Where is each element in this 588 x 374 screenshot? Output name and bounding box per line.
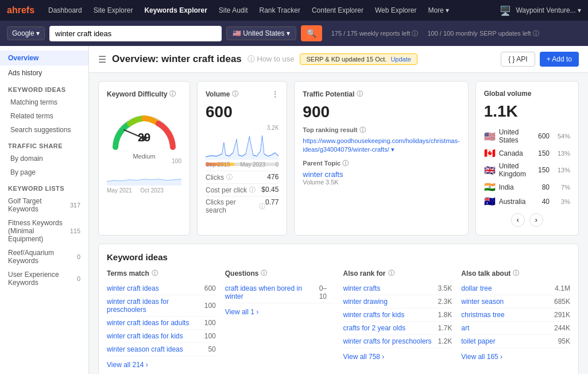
sidebar-list-golf[interactable]: Golf Target Keywords 317 — [0, 194, 88, 216]
cpc-help[interactable]: ⓘ — [249, 186, 256, 194]
volume-help-icon[interactable]: ⓘ — [232, 90, 238, 98]
top-ranking-help[interactable]: ⓘ — [359, 126, 366, 133]
nav-more[interactable]: More ▾ — [423, 4, 454, 17]
also-rank-help[interactable]: ⓘ — [388, 269, 394, 277]
sidebar-section-traffic-share: Traffic share — [0, 137, 88, 152]
nav-content-explorer[interactable]: Content Explorer — [307, 4, 368, 17]
difficulty-gauge: 29 Medium — [107, 104, 181, 150]
also-talk-view-all[interactable]: View all 165 › — [461, 353, 570, 361]
keyword-ideas-title: Keyword ideas — [107, 252, 570, 262]
terms-match-help[interactable]: ⓘ — [152, 269, 158, 277]
how-to-use-help[interactable]: ⓘ How to use — [247, 54, 295, 64]
ki-link[interactable]: winter craft ideas for kids — [107, 332, 183, 340]
list-item: winter season 685K — [461, 295, 570, 309]
sidebar-item-by-domain[interactable]: By domain — [0, 152, 88, 165]
api-button[interactable]: { } API — [501, 52, 535, 67]
clicks-help[interactable]: ⓘ — [226, 173, 233, 182]
nav-rank-tracker[interactable]: Rank Tracker — [255, 4, 305, 17]
ki-link[interactable]: winter craft ideas for preschoolers — [107, 298, 204, 314]
questions-title: Questions ⓘ — [225, 269, 334, 277]
ki-link[interactable]: winter season craft ideas — [107, 345, 183, 353]
sidebar-item-matching-terms[interactable]: Matching terms — [0, 95, 88, 109]
nav-dashboard[interactable]: Dashboard — [44, 4, 87, 17]
also-talk-help[interactable]: ⓘ — [513, 269, 519, 277]
global-volume-value: 1.1K — [484, 102, 570, 121]
list-item: winter crafts for kids 1.8K — [343, 309, 452, 322]
parent-topic-label: Parent Topic ⓘ — [303, 159, 459, 168]
ki-vol: 1.8K — [438, 311, 452, 319]
svg-text:29: 29 — [138, 131, 150, 144]
main-layout: Overview Ads history Keyword ideas Match… — [0, 46, 588, 374]
sidebar-item-related-terms[interactable]: Related terms — [0, 109, 88, 123]
next-countries-btn[interactable]: › — [529, 213, 543, 227]
difficulty-help-icon[interactable]: ⓘ — [169, 90, 176, 98]
ki-vol: 244K — [554, 324, 570, 332]
ki-link[interactable]: winter crafts — [343, 284, 381, 292]
ki-link[interactable]: winter crafts for preschoolers — [343, 337, 432, 345]
ki-link[interactable]: craft ideas when bored in winter — [225, 284, 319, 300]
ki-link[interactable]: winter season — [461, 298, 504, 306]
ki-link[interactable]: toilet paper — [461, 337, 495, 345]
cpc-stat: Cost per click ⓘ $0.45 — [206, 183, 278, 196]
sidebar-item-ads-history[interactable]: Ads history — [0, 65, 88, 80]
ki-vol: 1.2K — [438, 337, 452, 345]
also-talk-about-column: Also talk about ⓘ dollar tree 4.1M winte… — [461, 269, 570, 369]
nav-web-explorer[interactable]: Web Explorer — [370, 4, 421, 17]
country-row-in: 🇮🇳 India 80 7% — [484, 180, 570, 194]
sidebar-item-by-page[interactable]: By page — [0, 165, 88, 179]
ki-link[interactable]: dollar tree — [461, 284, 492, 292]
nav-site-explorer[interactable]: Site Explorer — [89, 4, 138, 17]
volume-more-icon[interactable]: ⋮ — [272, 90, 278, 98]
sidebar-item-search-suggestions[interactable]: Search suggestions — [0, 123, 88, 137]
sidebar-list-reef[interactable]: Reef/Aquarium Keywords 0 — [0, 246, 88, 268]
nav-keywords-explorer[interactable]: Keywords Explorer — [140, 4, 211, 17]
page-title: Overview: winter craft ideas — [112, 53, 242, 65]
list-item: winter crafts for preschoolers 1.2K — [343, 335, 452, 348]
global-volume-title: Global volume — [484, 90, 570, 98]
questions-view-all[interactable]: View all 1 › — [225, 308, 334, 316]
list-item: winter craft ideas for kids 100 — [107, 330, 216, 343]
sidebar-list-ux[interactable]: User Experience Keywords 0 — [0, 268, 88, 290]
parent-topic-help[interactable]: ⓘ — [342, 160, 349, 167]
terms-match-view-all[interactable]: View all 214 › — [107, 361, 216, 369]
cps-help[interactable]: ⓘ — [259, 202, 265, 211]
header-actions: { } API + Add to — [501, 52, 579, 67]
search-bar: Google ▾ 🇺🇸 United States ▾ 🔍 175 / 175 … — [0, 21, 588, 46]
top-ranking-url[interactable]: https://www.goodhousekeeping.com/holiday… — [303, 137, 459, 155]
ki-vol: 4.1M — [555, 284, 570, 292]
ki-link[interactable]: crafts for 2 year olds — [343, 324, 406, 332]
list-item: winter crafts 3.5K — [343, 282, 452, 295]
ki-link[interactable]: winter drawing — [343, 298, 388, 306]
traffic-help-icon[interactable]: ⓘ — [357, 90, 363, 98]
parent-topic-value[interactable]: winter crafts — [303, 170, 459, 179]
traffic-card-title: Traffic Potential ⓘ — [303, 90, 459, 98]
difficulty-trend-chart — [107, 165, 181, 186]
ki-link[interactable]: winter craft ideas for adults — [107, 319, 189, 327]
country-selector[interactable]: 🇺🇸 United States ▾ — [226, 26, 296, 40]
top-ranking-label: Top ranking result ⓘ — [303, 126, 459, 134]
ki-link[interactable]: winter crafts for kids — [343, 311, 405, 319]
ki-link[interactable]: christmas tree — [461, 311, 504, 319]
also-rank-for-column: Also rank for ⓘ winter crafts 3.5K winte… — [343, 269, 452, 369]
search-engine-selector[interactable]: Google ▾ — [7, 26, 45, 40]
questions-column: Questions ⓘ craft ideas when bored in wi… — [225, 269, 334, 369]
update-link[interactable]: Update — [390, 56, 411, 63]
ki-link[interactable]: winter craft ideas — [107, 284, 159, 292]
questions-help[interactable]: ⓘ — [261, 269, 267, 277]
terms-match-title: Terms match ⓘ — [107, 269, 216, 277]
also-rank-view-all[interactable]: View all 758 › — [343, 353, 452, 361]
vol-chart-zero: 0 — [276, 161, 279, 168]
sidebar-item-overview[interactable]: Overview — [0, 51, 88, 65]
ki-range: 0–10 — [319, 284, 334, 300]
ki-link[interactable]: art — [461, 324, 469, 332]
search-input[interactable] — [49, 26, 222, 41]
main-content: ☰ Overview: winter craft ideas ⓘ How to … — [89, 46, 588, 374]
hamburger-icon[interactable]: ☰ — [98, 54, 106, 65]
prev-countries-btn[interactable]: ‹ — [511, 213, 525, 227]
nav-site-audit[interactable]: Site Audit — [214, 4, 253, 17]
search-button[interactable]: 🔍 — [301, 25, 322, 41]
add-to-button[interactable]: + Add to — [540, 52, 579, 67]
sidebar-list-fitness[interactable]: Fitness Keywords (Minimal Equipment) 115 — [0, 216, 88, 246]
keyword-ideas-grid: Terms match ⓘ winter craft ideas 600 win… — [107, 269, 570, 369]
account-menu[interactable]: Waypoint Venture... ▾ — [516, 6, 581, 14]
